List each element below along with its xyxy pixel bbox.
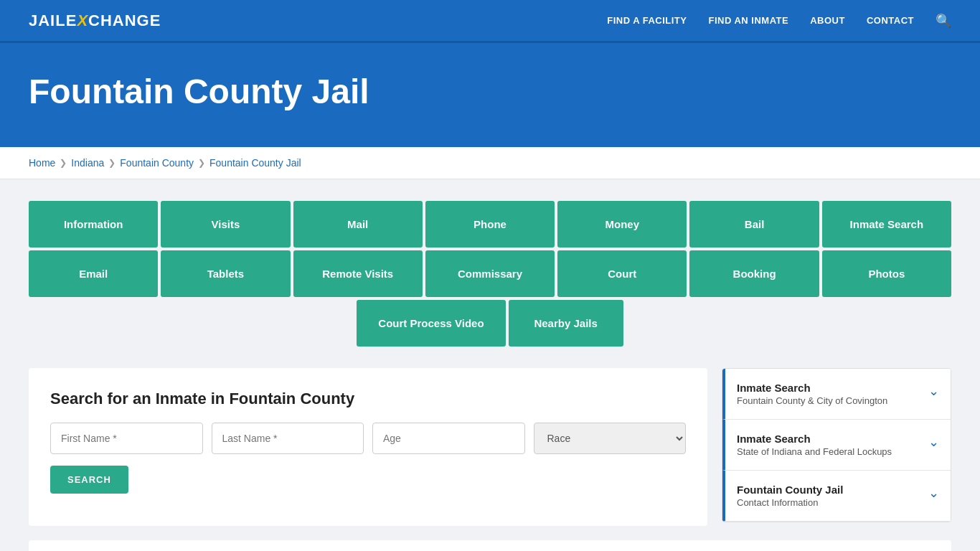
breadcrumb-fountain-county[interactable]: Fountain County bbox=[120, 157, 194, 169]
btn-email[interactable]: Email bbox=[29, 250, 158, 297]
search-icon[interactable]: 🔍 bbox=[936, 13, 951, 29]
breadcrumb-bar: Home ❯ Indiana ❯ Fountain County ❯ Fount… bbox=[0, 147, 980, 179]
btn-mail[interactable]: Mail bbox=[293, 201, 423, 248]
btn-remote-visits[interactable]: Remote Visits bbox=[293, 250, 423, 297]
main-content: Information Visits Mail Phone Money Bail… bbox=[0, 179, 980, 551]
nav-find-facility[interactable]: FIND A FACILITY bbox=[607, 15, 687, 26]
sidebar-item-inmate-search-indiana[interactable]: Inmate Search State of Indiana and Feder… bbox=[722, 420, 951, 471]
breadcrumb-sep-3: ❯ bbox=[198, 158, 205, 168]
sidebar-title-3: Fountain County Jail bbox=[737, 484, 843, 496]
nav-contact[interactable]: CONTACT bbox=[867, 15, 914, 26]
btn-inmate-search[interactable]: Inmate Search bbox=[822, 201, 951, 248]
sidebar-item-text-2: Inmate Search State of Indiana and Feder… bbox=[737, 433, 892, 457]
page-title: Fountain County Jail bbox=[29, 72, 951, 111]
sidebar-item-inmate-search-fountain[interactable]: Inmate Search Fountain County & City of … bbox=[722, 369, 951, 420]
btn-visits[interactable]: Visits bbox=[161, 201, 290, 248]
sidebar-title-2: Inmate Search bbox=[737, 433, 892, 445]
content-flex: Search for an Inmate in Fountain County … bbox=[29, 368, 951, 526]
sidebar-item-contact-info[interactable]: Fountain County Jail Contact Information… bbox=[722, 471, 951, 522]
btn-commissary[interactable]: Commissary bbox=[425, 250, 555, 297]
sidebar-item-text-3: Fountain County Jail Contact Information bbox=[737, 484, 843, 508]
chevron-down-icon-2: ⌄ bbox=[928, 434, 939, 450]
logo-e: E bbox=[66, 11, 77, 29]
button-grid-row2: Email Tablets Remote Visits Commissary C… bbox=[29, 250, 951, 297]
nav-find-inmate[interactable]: FIND AN INMATE bbox=[708, 15, 788, 26]
sidebar-subtitle-3: Contact Information bbox=[737, 497, 843, 508]
breadcrumb-current: Fountain County Jail bbox=[209, 157, 301, 169]
age-input[interactable] bbox=[372, 423, 525, 454]
button-grid-row3: Court Process Video Nearby Jails bbox=[29, 300, 951, 347]
search-form: Race White Black Hispanic Asian Other SE… bbox=[50, 423, 686, 494]
logo-jail: JAIL bbox=[29, 11, 66, 29]
btn-court[interactable]: Court bbox=[557, 250, 687, 297]
right-sidebar: Inmate Search Fountain County & City of … bbox=[722, 368, 951, 522]
info-section: Fountain County Jail Information bbox=[29, 540, 951, 551]
logo-x: X bbox=[77, 11, 88, 29]
first-name-input[interactable] bbox=[50, 423, 203, 454]
btn-photos[interactable]: Photos bbox=[822, 250, 951, 297]
nav-links: FIND A FACILITY FIND AN INMATE ABOUT CON… bbox=[607, 13, 951, 29]
breadcrumb: Home ❯ Indiana ❯ Fountain County ❯ Fount… bbox=[29, 157, 951, 169]
btn-information[interactable]: Information bbox=[29, 201, 158, 248]
chevron-down-icon-3: ⌄ bbox=[928, 485, 939, 501]
btn-money[interactable]: Money bbox=[557, 201, 687, 248]
search-button[interactable]: SEARCH bbox=[50, 466, 128, 494]
btn-nearby-jails[interactable]: Nearby Jails bbox=[509, 300, 623, 347]
nav-about[interactable]: ABOUT bbox=[810, 15, 845, 26]
form-row-1: Race White Black Hispanic Asian Other bbox=[50, 423, 686, 454]
button-grid-row1: Information Visits Mail Phone Money Bail… bbox=[29, 201, 951, 248]
breadcrumb-indiana[interactable]: Indiana bbox=[71, 157, 104, 169]
btn-court-process-video[interactable]: Court Process Video bbox=[357, 300, 505, 347]
btn-phone[interactable]: Phone bbox=[425, 201, 555, 248]
hero-section: Fountain County Jail bbox=[0, 43, 980, 147]
last-name-input[interactable] bbox=[212, 423, 364, 454]
search-title: Search for an Inmate in Fountain County bbox=[50, 390, 686, 408]
btn-booking[interactable]: Booking bbox=[689, 250, 819, 297]
btn-tablets[interactable]: Tablets bbox=[161, 250, 290, 297]
chevron-down-icon-1: ⌄ bbox=[928, 383, 939, 399]
breadcrumb-home[interactable]: Home bbox=[29, 157, 55, 169]
sidebar-title-1: Inmate Search bbox=[737, 382, 887, 394]
logo-change: CHANGE bbox=[88, 11, 161, 29]
sidebar-subtitle-2: State of Indiana and Federal Lockups bbox=[737, 446, 892, 457]
breadcrumb-sep-1: ❯ bbox=[60, 158, 67, 168]
left-panel: Search for an Inmate in Fountain County … bbox=[29, 368, 707, 526]
breadcrumb-sep-2: ❯ bbox=[108, 158, 116, 168]
site-logo[interactable]: JAILEXCHANGE bbox=[29, 11, 161, 30]
sidebar-subtitle-1: Fountain County & City of Covington bbox=[737, 395, 887, 406]
btn-bail[interactable]: Bail bbox=[689, 201, 819, 248]
race-select[interactable]: Race White Black Hispanic Asian Other bbox=[534, 423, 687, 454]
sidebar-item-text-1: Inmate Search Fountain County & City of … bbox=[737, 382, 887, 406]
